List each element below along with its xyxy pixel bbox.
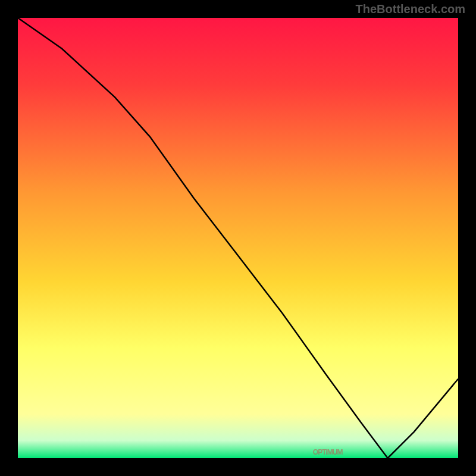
chart-plot-area: OPTIMUM: [18, 18, 458, 458]
chart-background: [18, 18, 458, 458]
attribution-text: TheBottleneck.com: [356, 2, 465, 16]
optimum-label: OPTIMUM: [313, 448, 397, 456]
chart-svg: [18, 18, 458, 458]
